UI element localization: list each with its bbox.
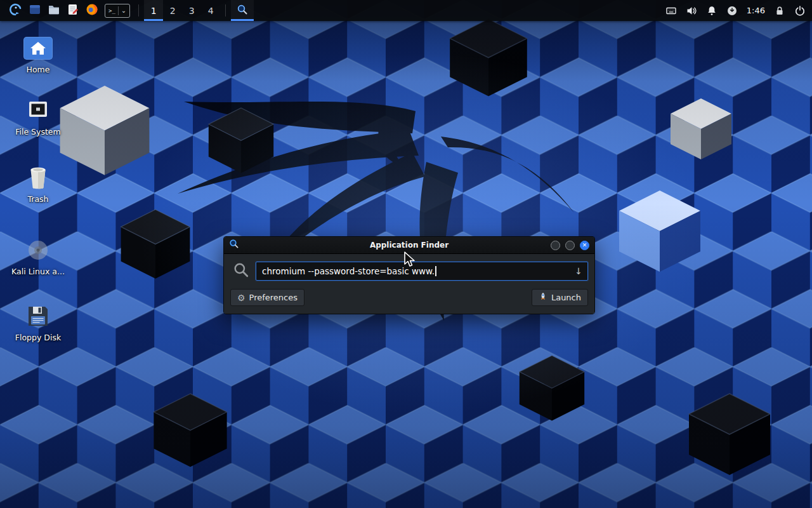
launcher-text-editor[interactable] (63, 0, 82, 21)
desktop-icon-label: Home (8, 65, 69, 75)
desktop-icon-label: Kali Linux a... (8, 267, 69, 277)
home-icon (23, 37, 53, 60)
top-panel: >_ ⌄ 1 2 3 4 (0, 0, 812, 21)
desktop-icon-label: Floppy Disk (8, 333, 69, 343)
floppy-icon (8, 302, 69, 330)
desktop-icon-label: Trash (8, 194, 69, 204)
trash-icon (8, 164, 69, 192)
workspace-button-2[interactable]: 2 (163, 0, 182, 21)
text-editor-icon (67, 3, 79, 18)
preferences-button[interactable]: ⚙ Preferences (230, 289, 304, 306)
clock[interactable]: 1:46 (747, 6, 765, 15)
workspace-button-1[interactable]: 1 (144, 0, 163, 21)
power-logout-icon[interactable] (794, 5, 806, 17)
panel-right: 1:46 (665, 0, 808, 21)
chevron-down-icon: ⌄ (121, 8, 126, 14)
preferences-button-label: Preferences (249, 293, 298, 302)
kali-logo-icon (7, 2, 22, 20)
terminal-icon: >_ ⌄ (105, 4, 130, 18)
command-input-value: chromium --password-store=basic www. (262, 266, 435, 276)
notifications-bell-icon[interactable] (706, 5, 717, 17)
window-icon (29, 3, 41, 18)
close-icon: ✕ (582, 243, 587, 248)
desktop-icon-filesystem[interactable]: File System (8, 97, 69, 137)
magnifier-icon (237, 4, 248, 18)
disc-icon (8, 236, 69, 264)
display-settings-icon[interactable] (665, 5, 677, 17)
search-icon (233, 262, 249, 281)
launcher-firefox[interactable] (82, 0, 102, 21)
launch-icon (539, 292, 547, 303)
taskbar-appfinder-button[interactable] (231, 0, 254, 21)
history-dropdown-icon[interactable]: ↓ (575, 266, 582, 276)
workspace-button-3[interactable]: 3 (182, 0, 201, 21)
screen-lock-icon[interactable] (774, 5, 785, 17)
launcher-terminal[interactable]: >_ ⌄ (102, 0, 133, 21)
maximize-button[interactable] (565, 241, 575, 250)
desktop-icon-trash[interactable]: Trash (8, 164, 69, 204)
filesystem-icon (8, 97, 69, 124)
application-finder-window: Application Finder ✕ chromium --password… (223, 236, 595, 314)
desktop-icon-floppy[interactable]: Floppy Disk (8, 302, 69, 343)
workspace-button-4[interactable]: 4 (201, 0, 220, 21)
minimize-button[interactable] (551, 241, 560, 250)
appfinder-window-icon (229, 239, 239, 251)
command-input[interactable]: chromium --password-store=basic www. ↓ (256, 262, 588, 281)
window-title: Application Finder (370, 241, 449, 250)
panel-separator (225, 4, 226, 17)
updates-icon[interactable] (726, 5, 738, 17)
desktop-icon-kali-drive[interactable]: Kali Linux a... (8, 236, 69, 277)
folder-icon (48, 3, 60, 18)
dialog-body: chromium --password-store=basic www. ↓ ⚙… (224, 254, 594, 314)
text-caret (435, 266, 436, 276)
panel-left: >_ ⌄ 1 2 3 4 (4, 0, 254, 21)
panel-separator (138, 4, 139, 17)
launch-button[interactable]: Launch (532, 289, 588, 306)
titlebar[interactable]: Application Finder ✕ (224, 237, 594, 254)
desktop-icon-label: File System (8, 127, 69, 137)
launch-button-label: Launch (551, 293, 581, 302)
gear-icon: ⚙ (237, 293, 246, 302)
close-button[interactable]: ✕ (580, 241, 589, 250)
desktop-icon-home[interactable]: Home (8, 34, 69, 75)
volume-icon[interactable] (686, 5, 697, 17)
show-desktop-button[interactable] (25, 0, 44, 21)
firefox-icon (86, 3, 98, 18)
terminal-prompt-glyph: >_ (108, 8, 115, 14)
kali-menu-button[interactable] (4, 0, 25, 21)
launcher-file-manager[interactable] (44, 0, 63, 21)
window-controls: ✕ (551, 241, 589, 250)
